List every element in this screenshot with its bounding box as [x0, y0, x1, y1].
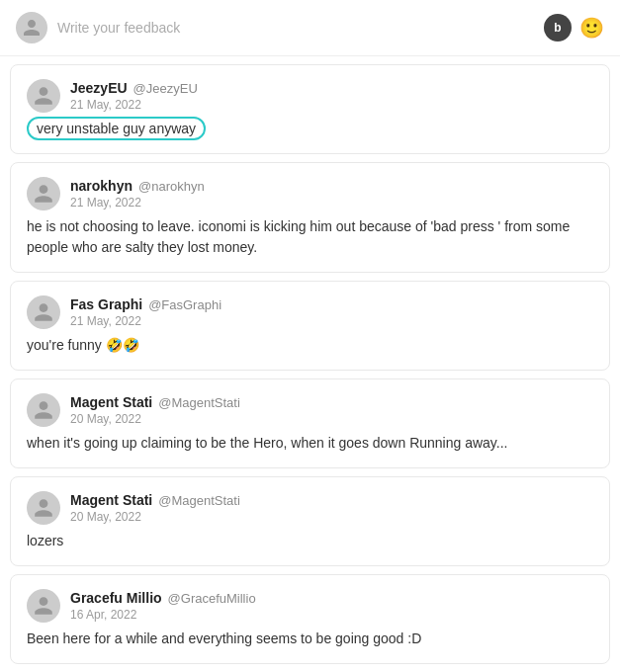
comment-date: 20 May, 2022	[70, 510, 240, 524]
comment-card: Fas Graphi @FasGraphi 21 May, 2022 you'r…	[10, 281, 610, 371]
comment-body: lozers	[27, 531, 593, 551]
comment-handle: @MagentStati	[158, 395, 240, 410]
comment-header: Fas Graphi @FasGraphi 21 May, 2022	[27, 295, 593, 329]
feedback-toolbar: b 🙂	[544, 14, 604, 42]
comment-text: you're funny 🤣🤣	[27, 337, 139, 353]
comment-username: JeezyEU	[70, 80, 128, 96]
comment-username: Magent Stati	[70, 492, 152, 508]
comment-header: JeezyEU @JeezyEU 21 May, 2022	[27, 79, 593, 113]
comment-content: you're funny 🤣🤣	[27, 335, 593, 356]
current-user-avatar	[16, 12, 47, 43]
comment-names: Gracefu Millio @GracefuMillio	[70, 590, 256, 606]
comment-header: narokhyn @narokhyn 21 May, 2022	[27, 177, 593, 210]
comment-names: Fas Graphi @FasGraphi	[70, 296, 221, 312]
comment-card: JeezyEU @JeezyEU 21 May, 2022 very unsta…	[10, 64, 610, 154]
comment-handle: @GracefuMillio	[168, 591, 256, 606]
comment-text: Been here for a while and everything see…	[27, 630, 421, 646]
comment-meta: Gracefu Millio @GracefuMillio 16 Apr, 20…	[70, 590, 256, 622]
comment-meta: Magent Stati @MagentStati 20 May, 2022	[70, 492, 240, 524]
comment-username: Gracefu Millio	[70, 590, 162, 606]
comment-date: 20 May, 2022	[70, 412, 240, 426]
feedback-bar[interactable]: Write your feedback b 🙂	[0, 0, 620, 56]
comment-meta: Fas Graphi @FasGraphi 21 May, 2022	[70, 296, 221, 328]
comment-body: Been here for a while and everything see…	[27, 629, 593, 649]
comment-card: Gracefu Millio @GracefuMillio 16 Apr, 20…	[10, 574, 610, 664]
comment-text: when it's going up claiming to be the He…	[27, 435, 507, 451]
comment-names: narokhyn @narokhyn	[70, 178, 205, 194]
comment-content: lozers	[27, 531, 593, 551]
user-icon-button[interactable]: b	[544, 14, 572, 42]
comment-meta: narokhyn @narokhyn 21 May, 2022	[70, 178, 205, 210]
comment-handle: @FasGraphi	[148, 297, 221, 312]
comment-avatar	[27, 393, 60, 427]
comment-names: JeezyEU @JeezyEU	[70, 80, 198, 96]
comment-body: he is not choosing to leave. iconomi is …	[27, 216, 593, 258]
feedback-input[interactable]: Write your feedback	[57, 20, 534, 36]
comment-content: when it's going up claiming to be the He…	[27, 433, 593, 454]
emoji-button[interactable]: 🙂	[579, 16, 604, 40]
comment-content: Been here for a while and everything see…	[27, 629, 593, 649]
comment-meta: JeezyEU @JeezyEU 21 May, 2022	[70, 80, 198, 112]
comment-avatar	[27, 589, 60, 623]
comment-card: Magent Stati @MagentStati 20 May, 2022 l…	[10, 476, 610, 566]
highlighted-comment-text: very unstable guy anyway	[27, 117, 206, 140]
comment-date: 21 May, 2022	[70, 98, 198, 112]
comment-username: Magent Stati	[70, 394, 152, 410]
comment-names: Magent Stati @MagentStati	[70, 394, 240, 410]
comment-avatar	[27, 295, 60, 329]
comment-username: Fas Graphi	[70, 296, 142, 312]
comment-text: lozers	[27, 533, 63, 548]
comment-header: Magent Stati @MagentStati 20 May, 2022	[27, 491, 593, 525]
comment-handle: @narokhyn	[138, 179, 205, 194]
comment-body: very unstable guy anyway	[27, 119, 593, 139]
comment-avatar	[27, 177, 60, 210]
comment-handle: @JeezyEU	[133, 81, 198, 96]
comment-card: narokhyn @narokhyn 21 May, 2022 he is no…	[10, 162, 610, 273]
comment-meta: Magent Stati @MagentStati 20 May, 2022	[70, 394, 240, 426]
comment-handle: @MagentStati	[158, 493, 240, 508]
comment-date: 21 May, 2022	[70, 196, 205, 210]
comment-username: narokhyn	[70, 178, 133, 194]
comment-body: when it's going up claiming to be the He…	[27, 433, 593, 454]
comment-header: Gracefu Millio @GracefuMillio 16 Apr, 20…	[27, 589, 593, 623]
comment-date: 21 May, 2022	[70, 314, 221, 328]
comment-avatar	[27, 79, 60, 113]
comment-header: Magent Stati @MagentStati 20 May, 2022	[27, 393, 593, 427]
comment-content: very unstable guy anyway	[27, 119, 593, 139]
comment-date: 16 Apr, 2022	[70, 608, 256, 622]
comment-names: Magent Stati @MagentStati	[70, 492, 240, 508]
comment-body: you're funny 🤣🤣	[27, 335, 593, 356]
comment-avatar	[27, 491, 60, 525]
comment-card: Magent Stati @MagentStati 20 May, 2022 w…	[10, 378, 610, 468]
comments-list: JeezyEU @JeezyEU 21 May, 2022 very unsta…	[0, 64, 620, 664]
comment-text: he is not choosing to leave. iconomi is …	[27, 218, 570, 255]
comment-content: he is not choosing to leave. iconomi is …	[27, 216, 593, 258]
